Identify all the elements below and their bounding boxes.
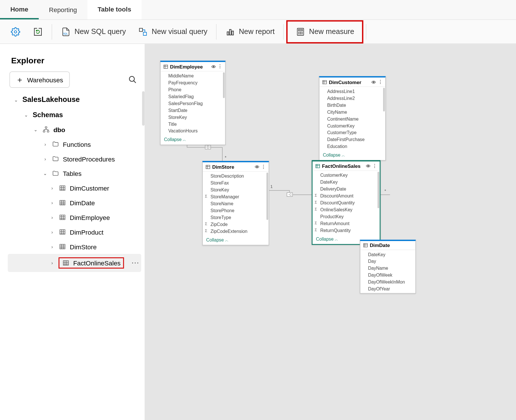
column[interactable]: DeliveryDate	[312, 185, 380, 192]
column[interactable]: StorePhone	[203, 207, 269, 214]
collapse-button[interactable]: Collapse	[161, 135, 225, 145]
column[interactable]: VacationHours	[161, 128, 225, 134]
new-measure-button[interactable]: New measure	[289, 22, 360, 41]
column[interactable]: CityName	[319, 109, 385, 115]
visibility-icon[interactable]: 👁	[255, 164, 259, 169]
entity-factonlinesales[interactable]: FactOnlineSales 👁 ⋮ CustomerKey DateKey …	[312, 160, 380, 245]
tab-table-tools[interactable]: Table tools	[87, 0, 141, 19]
tree-table-dimemployee[interactable]: › DimEmployee	[8, 210, 141, 225]
tree-lakehouse-root[interactable]: ⌄ SalesLakehouse	[8, 92, 141, 108]
column[interactable]: DiscountAmount	[312, 192, 380, 199]
svg-point-13	[300, 33, 301, 34]
new-visual-query-button[interactable]: New visual query	[132, 22, 213, 41]
entity-dimstore[interactable]: DimStore 👁 ⋮ StoreDescription StoreFax S…	[202, 161, 269, 245]
entity-dimdate[interactable]: DimDate DateKey Day DayName DayOfWeek Da…	[360, 240, 416, 294]
column[interactable]: ContinentName	[319, 115, 385, 122]
column[interactable]: BirthDate	[319, 102, 385, 109]
column[interactable]: CustomerKey	[312, 172, 380, 179]
tree-table-dimproduct[interactable]: › DimProduct	[8, 225, 141, 239]
column[interactable]: SalariedFlag	[161, 93, 225, 100]
column[interactable]: AddressLine2	[319, 95, 385, 102]
chevron-down-icon: ⌄	[42, 171, 48, 176]
column[interactable]: StoreDescription	[203, 172, 269, 179]
entity-dimcustomer[interactable]: DimCustomer 👁 ⋮ AddressLine1 AddressLine…	[319, 76, 386, 161]
column[interactable]: PayFrequency	[161, 79, 225, 86]
new-sql-query-button[interactable]: SQL New SQL query	[55, 22, 132, 41]
add-warehouse-button[interactable]: ＋ Warehouses	[10, 71, 70, 88]
column[interactable]: StoreType	[203, 214, 269, 221]
tree-functions[interactable]: › Functions	[8, 137, 141, 151]
column[interactable]: DiscountQuantity	[312, 199, 380, 206]
tab-reporting[interactable]: Reporting	[39, 0, 87, 19]
column[interactable]: DateKey	[312, 178, 380, 185]
entity-header[interactable]: DimStore 👁 ⋮	[203, 162, 269, 172]
new-report-button[interactable]: New report	[219, 22, 281, 41]
collapse-button[interactable]: Collapse	[203, 235, 269, 245]
column[interactable]: DayName	[360, 265, 415, 271]
column[interactable]: StoreKey	[161, 114, 225, 121]
entity-more-icon[interactable]: ⋮	[372, 163, 377, 169]
column[interactable]: AddressLine1	[319, 88, 385, 95]
entity-header[interactable]: DimEmployee 👁 ⋮	[161, 62, 225, 71]
column[interactable]: CustomerKey	[319, 122, 385, 129]
tree-table-factonlinesales[interactable]: › FactOnlineSales ⋯	[8, 254, 141, 272]
tree-table-dimcustomer[interactable]: › DimCustomer	[8, 181, 141, 195]
column[interactable]: DayOfWeek	[360, 271, 415, 278]
column[interactable]: StoreFax	[203, 179, 269, 186]
tab-home[interactable]: Home	[0, 0, 39, 19]
column[interactable]: ProductKey	[312, 213, 380, 220]
entity-more-icon[interactable]: ⋮	[218, 64, 222, 69]
column[interactable]: DayOfYear	[360, 285, 415, 292]
settings-button[interactable]	[4, 22, 27, 41]
column[interactable]: DayOfWeekInMon	[360, 278, 415, 285]
visibility-icon[interactable]: 👁	[371, 79, 376, 85]
more-options-button[interactable]: ⋯	[131, 258, 139, 268]
column[interactable]: Education	[319, 143, 385, 150]
column[interactable]: SalesPersonFlag	[161, 100, 225, 107]
search-button[interactable]	[126, 73, 140, 87]
entity-more-icon[interactable]: ⋮	[261, 164, 266, 170]
visibility-icon[interactable]: 👁	[211, 64, 216, 69]
column[interactable]: StartDate	[161, 107, 225, 114]
entity-header[interactable]: FactOnlineSales 👁 ⋮	[312, 161, 380, 171]
column[interactable]: Day	[360, 258, 415, 265]
entity-columns: MiddleName PayFrequency Phone SalariedFl…	[161, 71, 225, 135]
tree-table-dimdate[interactable]: › DimDate	[8, 195, 141, 210]
entity-header[interactable]: DimDate	[360, 241, 415, 250]
entity-header[interactable]: DimCustomer 👁 ⋮	[319, 77, 385, 87]
scrollbar-stub[interactable]	[142, 91, 145, 126]
column[interactable]: ZipCode	[203, 221, 269, 228]
chevron-right-icon: ›	[42, 142, 48, 147]
collapse-button[interactable]: Collapse	[319, 151, 385, 160]
column[interactable]: CustomerType	[319, 129, 385, 136]
warehouses-label: Warehouses	[27, 76, 63, 83]
tree-stored-procedures[interactable]: › StoredProcedures	[8, 151, 141, 166]
chevron-right-icon: ›	[49, 215, 55, 220]
visibility-icon[interactable]: 👁	[366, 163, 371, 168]
column[interactable]: StoreKey	[203, 186, 269, 193]
svg-point-10	[300, 32, 301, 32]
entity-title: DimCustomer	[329, 79, 361, 85]
column[interactable]: MiddleName	[161, 72, 225, 79]
column[interactable]: DateFirstPurchase	[319, 136, 385, 143]
column[interactable]: Title	[161, 121, 225, 128]
refresh-button[interactable]	[27, 22, 49, 41]
folder-icon	[52, 140, 59, 148]
column[interactable]: OnlineSalesKey	[312, 206, 380, 213]
entity-dimemployee[interactable]: DimEmployee 👁 ⋮ MiddleName PayFrequency …	[160, 61, 225, 145]
column[interactable]: Phone	[161, 86, 225, 93]
tree-dbo[interactable]: ⌄ dbo	[8, 122, 141, 137]
model-canvas[interactable]: 1 ◁▷ * 1 ◁ * 1 ◁ * * * DimEmployee 👁 ⋮	[145, 44, 516, 420]
tree-schemas[interactable]: ⌄ Schemas	[8, 108, 141, 122]
entity-more-icon[interactable]: ⋮	[378, 79, 383, 85]
column[interactable]: StoreName	[203, 200, 269, 207]
tree-tables[interactable]: ⌄ Tables	[8, 166, 141, 181]
svg-text:SQL: SQL	[63, 32, 68, 35]
column[interactable]: ReturnAmount	[312, 220, 380, 227]
tree-label: DimDate	[70, 199, 139, 206]
column[interactable]: ReturnQuantity	[312, 227, 380, 234]
column[interactable]: StoreManager	[203, 193, 269, 200]
column[interactable]: DateKey	[360, 251, 415, 258]
tree-table-dimstore[interactable]: › DimStore	[8, 239, 141, 254]
column[interactable]: ZipCodeExtension	[203, 228, 269, 235]
